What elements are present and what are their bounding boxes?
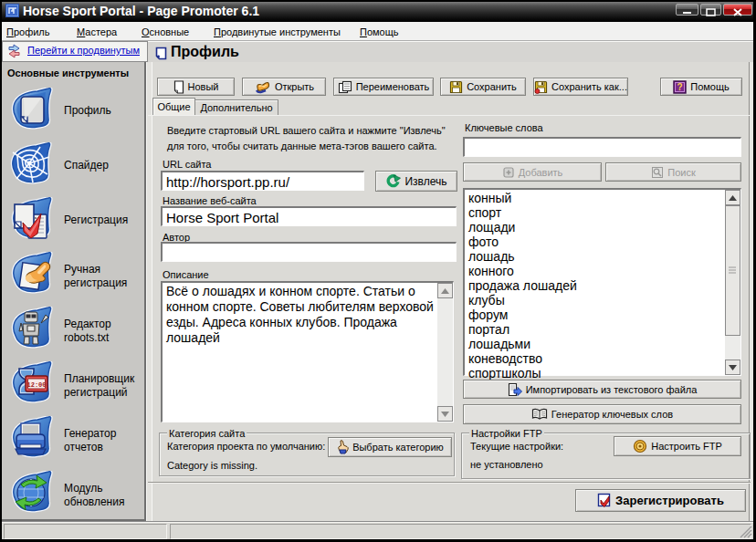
svg-text:12:00: 12:00 — [26, 381, 46, 389]
svg-text:?: ? — [677, 82, 683, 92]
